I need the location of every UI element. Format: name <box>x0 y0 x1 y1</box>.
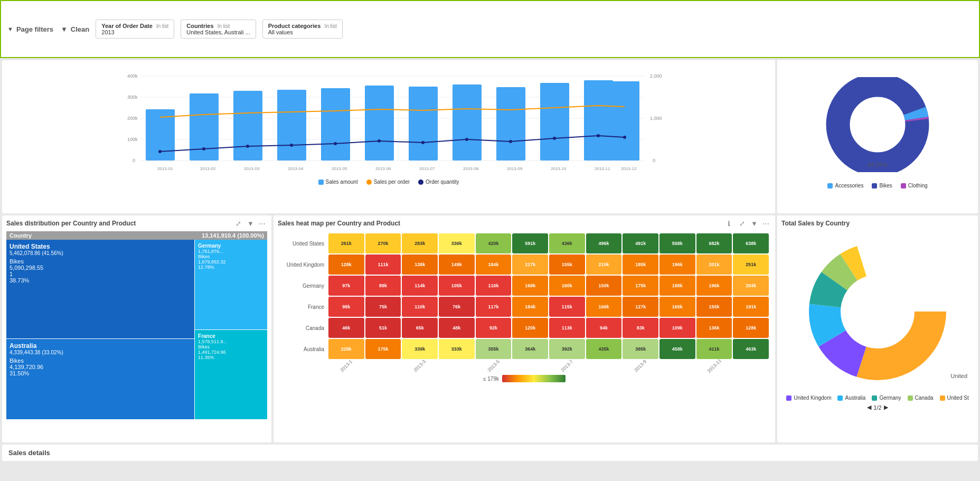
hm-cell: 165k <box>659 297 695 317</box>
heatmap-legend: ≤ 179k <box>278 375 771 382</box>
filter-categories[interactable]: Product categories In list All values <box>262 20 343 39</box>
hm-cell: 115k <box>549 297 585 317</box>
treemap-header-right: 13,141,910.4 (100.00%) <box>202 232 264 239</box>
hm-cell: 191k <box>733 297 769 317</box>
charts-row-1: 400k 300k 200k 100k 0 2,000 1,000 0 <box>0 58 980 215</box>
svg-rect-35 <box>610 81 639 161</box>
hm-cell: 89k <box>365 276 401 296</box>
pie-page: 1/2 <box>873 404 881 411</box>
hm-cell: 116k <box>476 276 512 296</box>
expand-icon[interactable]: ⤢ <box>739 220 748 228</box>
svg-rect-25 <box>409 87 438 161</box>
hm-cell: 184k <box>512 297 548 317</box>
svg-rect-29 <box>496 87 525 161</box>
treemap-cell-us: United States 5,462,078.86 (41.56%) Bike… <box>6 240 194 338</box>
filter-year[interactable]: Year of Order Date In list 2013 <box>96 20 174 39</box>
hm-cell: 682k <box>696 233 732 253</box>
legend-dot-order <box>366 180 372 185</box>
pie-nav: ◀ 1/2 ▶ <box>867 404 888 411</box>
hm-cell: 420k <box>476 233 512 253</box>
filter-categories-value: All values <box>268 29 337 35</box>
hm-cell: 251k <box>733 254 769 275</box>
heatmap-toolbar: ℹ ⤢ ▼ ⋯ <box>728 220 771 228</box>
hm-cell: 114k <box>402 276 438 296</box>
treemap-body: United States 5,462,078.86 (41.56%) Bike… <box>6 240 267 419</box>
svg-text:100k: 100k <box>127 137 138 142</box>
svg-point-46 <box>553 137 556 140</box>
bar-chart-box: 400k 300k 200k 100k 0 2,000 1,000 0 <box>2 60 775 213</box>
donut-top-container: 94.37% <box>781 64 974 181</box>
svg-text:2013-09: 2013-09 <box>507 166 523 171</box>
hm-row-label: United States <box>280 233 327 253</box>
bar-chart-svg: 400k 300k 200k 100k 0 2,000 1,000 0 <box>6 70 771 175</box>
filter-year-label: Year of Order Date <box>101 23 153 29</box>
hm-cell: 166k <box>586 297 622 317</box>
clean-label[interactable]: Clean <box>71 25 89 33</box>
hm-cell: 98k <box>328 297 364 317</box>
expand-icon[interactable]: ⤢ <box>235 220 244 228</box>
hm-cell: 48k <box>439 318 475 338</box>
hm-cell: 149k <box>439 254 475 275</box>
svg-point-48 <box>623 136 626 139</box>
treemap-box: Sales distribution per Country and Produ… <box>2 215 271 442</box>
heatmap-container: United States261k270k283k336k420k591k436… <box>278 231 771 371</box>
svg-text:300k: 300k <box>127 95 138 100</box>
legend-us: United St <box>940 395 969 401</box>
svg-rect-33 <box>584 80 613 161</box>
legend-au: Australia <box>837 395 865 401</box>
heatmap-title: Sales heat map per Country and Product <box>278 220 771 227</box>
svg-point-44 <box>465 138 468 141</box>
svg-point-41 <box>334 142 337 145</box>
hm-cell: 113k <box>549 318 585 338</box>
next-icon[interactable]: ▶ <box>884 404 888 411</box>
svg-text:0: 0 <box>133 158 135 163</box>
svg-text:2013-02: 2013-02 <box>200 166 216 171</box>
svg-point-42 <box>378 139 381 143</box>
filter-icon[interactable]: ▼ <box>751 220 759 228</box>
svg-text:2013-10: 2013-10 <box>551 166 567 171</box>
total-sales-pie-box: Total Sales by Country <box>777 215 978 442</box>
more-icon[interactable]: ⋯ <box>259 220 267 228</box>
legend-clothing-dot <box>901 183 906 188</box>
hm-cell: 92k <box>476 318 512 338</box>
svg-text:2013-05: 2013-05 <box>332 166 347 171</box>
hm-cell: 155k <box>549 254 585 275</box>
hm-cell: 196k <box>659 254 695 275</box>
hm-cell: 591k <box>512 233 548 253</box>
filter-countries-label: Countries <box>186 23 213 29</box>
donut-top-svg <box>819 77 936 172</box>
donut-top-legend: Accessories Bikes Clothing <box>781 183 974 188</box>
svg-point-38 <box>202 147 205 150</box>
svg-text:2013-03: 2013-03 <box>244 166 260 171</box>
filter-icon[interactable]: ▼ <box>247 220 256 228</box>
svg-text:2013-08: 2013-08 <box>463 166 479 171</box>
filter-bar: ▼ Page filters ▼ Clean Year of Order Dat… <box>0 0 980 58</box>
filter-categories-type: In list <box>324 23 336 29</box>
legend-accessories: Accessories <box>827 183 863 188</box>
hm-cell: 65k <box>402 318 438 338</box>
hm-cell: 558k <box>659 233 695 253</box>
hm-cell: 111k <box>365 254 401 275</box>
svg-point-45 <box>509 140 512 143</box>
filter-countries[interactable]: Countries In list United States, Austral… <box>181 20 256 39</box>
hm-row-label: France <box>280 297 327 317</box>
more-icon[interactable]: ⋯ <box>762 220 771 228</box>
hm-row-label: Australia <box>280 339 327 359</box>
legend-bikes-dot <box>872 183 877 188</box>
hm-cell: 283k <box>402 233 438 253</box>
filter-bar-title: ▼ Page filters ▼ Clean <box>7 25 89 33</box>
hm-cell: 196k <box>696 276 732 296</box>
prev-icon[interactable]: ◀ <box>867 404 871 411</box>
info-icon[interactable]: ℹ <box>728 220 736 228</box>
svg-point-47 <box>597 134 600 137</box>
legend-ca: Canada <box>908 395 934 401</box>
hm-cell: 150k <box>586 276 622 296</box>
hm-cell: 201k <box>696 254 732 275</box>
total-sales-svg <box>798 232 957 391</box>
treemap-header: Country 13,141,910.4 (100.00%) <box>6 231 267 240</box>
hm-cell: 168k <box>512 276 548 296</box>
svg-rect-27 <box>453 84 482 161</box>
svg-point-52 <box>850 97 905 152</box>
treemap-header-left: Country <box>10 232 32 239</box>
hm-cell: 83k <box>623 318 658 338</box>
